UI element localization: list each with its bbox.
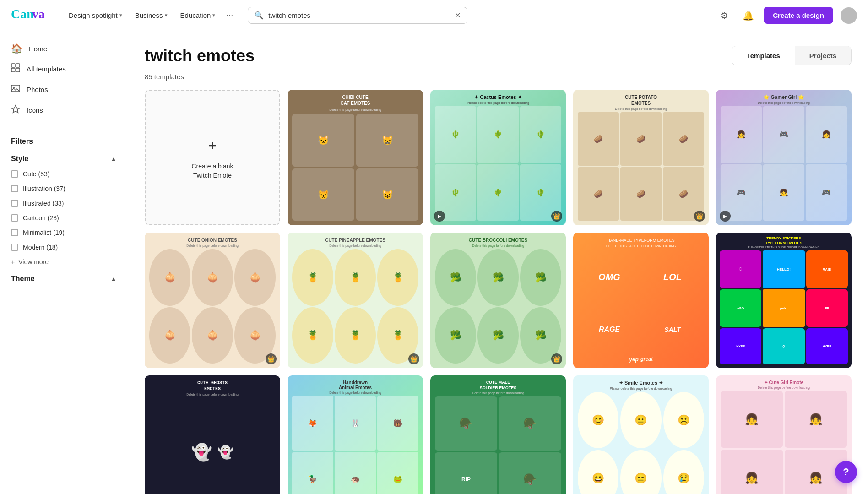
home-icon: 🏠: [11, 43, 22, 54]
theme-title: Theme: [11, 275, 35, 283]
crown-icon: 👑: [694, 211, 705, 222]
filter-minimalist-label: Minimalist (19): [23, 229, 65, 236]
svg-rect-5: [16, 68, 20, 72]
minimalist-checkbox[interactable]: [11, 229, 18, 236]
clear-search-icon[interactable]: ✕: [455, 11, 461, 20]
style-title: Style: [11, 155, 28, 163]
filter-illustration[interactable]: Illustration (37): [0, 181, 128, 196]
play-icon: ▶: [720, 211, 731, 222]
cute-checkbox[interactable]: [11, 170, 18, 178]
chevron-down-icon: ▾: [212, 12, 215, 18]
svg-rect-4: [11, 68, 15, 72]
filter-modern[interactable]: Modern (18): [0, 240, 128, 255]
filters-header: Filters: [0, 132, 128, 149]
filter-cute[interactable]: Cute (53): [0, 167, 128, 181]
filters-title: Filters: [11, 137, 33, 146]
nav-design-spotlight-label: Design spotlight: [69, 11, 118, 19]
create-design-button[interactable]: Create a design: [764, 7, 833, 24]
help-button[interactable]: ?: [835, 461, 857, 483]
plus-icon: +: [201, 135, 223, 157]
style-filters: Cute (53) Illustration (37) Illustrated …: [0, 167, 128, 269]
svg-text:va: va: [32, 7, 45, 21]
sidebar-divider: [11, 126, 117, 126]
play-icon: ▶: [434, 211, 445, 222]
filter-cartoon-label: Cartoon (23): [23, 214, 59, 222]
illustration-checkbox[interactable]: [11, 185, 18, 192]
sidebar-all-templates-label: All templates: [27, 65, 66, 73]
search-bar: 🔍 ✕: [248, 7, 467, 24]
sidebar-item-photos[interactable]: Photos: [0, 79, 128, 100]
view-more-button[interactable]: + View more: [0, 255, 128, 269]
template-card-girlemo[interactable]: ✦ Cute Girl Emote Delete this page befor…: [716, 375, 852, 494]
blank-card-label: Create a blankTwitch Emote: [191, 162, 233, 180]
tab-group: Templates Projects: [732, 46, 852, 65]
sidebar-item-icons[interactable]: Icons: [0, 100, 128, 120]
template-card-animal[interactable]: HanddrawnAnimal Emotes Delete this page …: [288, 375, 423, 494]
theme-section-header[interactable]: Theme ▲: [0, 269, 128, 287]
template-card-soldier[interactable]: CUTE MALESOLDIER EMOTES Delete this page…: [430, 375, 566, 494]
filter-minimalist[interactable]: Minimalist (19): [0, 225, 128, 240]
illustrated-checkbox[interactable]: [11, 200, 18, 207]
tab-projects[interactable]: Projects: [795, 46, 851, 65]
avatar[interactable]: [841, 7, 857, 24]
sidebar-home-label: Home: [29, 45, 47, 53]
canva-logo[interactable]: Can va: [11, 5, 52, 25]
template-card-chibi[interactable]: CHIBI CUTECAT EMOTES Delete this page be…: [288, 90, 423, 225]
svg-text:Can: Can: [11, 7, 34, 21]
template-card-smile[interactable]: ✦ Smile Emotes ✦ Please delete this page…: [573, 375, 709, 494]
sidebar-item-all-templates[interactable]: All templates: [0, 59, 128, 79]
filter-modern-label: Modern (18): [23, 244, 58, 251]
template-card-ghosts[interactable]: CUTE GHOSTSEMOTES Delete this page befor…: [145, 375, 280, 494]
template-card-handmade[interactable]: HAND-MADE TYPEFORM EMOTES DELETE THIS PA…: [573, 233, 709, 368]
search-input[interactable]: [268, 11, 450, 19]
main-content: twitch emotes Templates Projects 85 temp…: [128, 31, 868, 494]
filter-cartoon[interactable]: Cartoon (23): [0, 211, 128, 225]
template-card-onion[interactable]: CUTE ONION EMOTES Delete this page befor…: [145, 233, 280, 368]
nav-business[interactable]: Business ▾: [130, 8, 173, 23]
nav-business-label: Business: [135, 11, 163, 19]
create-blank-card[interactable]: + Create a blankTwitch Emote: [145, 90, 280, 225]
collapse-style-icon: ▲: [110, 155, 117, 163]
nav-design-spotlight[interactable]: Design spotlight ▾: [63, 8, 128, 23]
settings-icon[interactable]: ⚙: [716, 7, 732, 24]
sidebar-photos-label: Photos: [27, 86, 48, 93]
crown-icon: 👑: [551, 211, 562, 222]
sidebar: 🏠 Home All templates Photos Icons Filter…: [0, 31, 128, 494]
filter-illustrated[interactable]: Illustrated (33): [0, 196, 128, 211]
filter-illustrated-label: Illustrated (33): [23, 200, 64, 207]
nav-education-label: Education: [180, 11, 211, 19]
sidebar-icons-label: Icons: [27, 106, 43, 114]
template-card-cactus[interactable]: ✦ Cactus Emotes ✦ Please delete this pag…: [430, 90, 566, 225]
sidebar-item-home[interactable]: 🏠 Home: [0, 38, 128, 59]
nav-education[interactable]: Education ▾: [175, 8, 221, 23]
app-body: 🏠 Home All templates Photos Icons Filter…: [0, 31, 868, 494]
template-card-potato[interactable]: CUTE POTATOEMOTES Delete this page befor…: [573, 90, 709, 225]
template-card-pineapple[interactable]: CUTE PINEAPPLE EMOTES Delete this page b…: [288, 233, 423, 368]
page-title: twitch emotes: [145, 46, 255, 65]
notifications-icon[interactable]: 🔔: [740, 7, 756, 24]
filter-cute-label: Cute (53): [23, 170, 49, 178]
icons-icon: [11, 104, 20, 116]
template-card-broccoli[interactable]: CUTE BROCCOLI EMOTES Delete this page be…: [430, 233, 566, 368]
search-icon: 🔍: [255, 11, 264, 20]
svg-point-7: [13, 87, 15, 88]
photos-icon: [11, 84, 20, 95]
header-actions: ⚙ 🔔 Create a design: [716, 7, 857, 24]
style-section-header[interactable]: Style ▲: [0, 149, 128, 167]
template-grid: + Create a blankTwitch Emote CHIBI CUTEC…: [145, 90, 852, 494]
chevron-down-icon: ▾: [165, 12, 168, 18]
tab-templates[interactable]: Templates: [732, 46, 795, 65]
cartoon-checkbox[interactable]: [11, 214, 18, 222]
crown-icon: 👑: [408, 353, 419, 364]
page-header: twitch emotes Templates Projects: [145, 46, 852, 65]
modern-checkbox[interactable]: [11, 244, 18, 251]
svg-marker-8: [12, 105, 19, 113]
filter-illustration-label: Illustration (37): [23, 185, 65, 192]
header: Can va Design spotlight ▾ Business ▾ Edu…: [0, 0, 868, 31]
crown-icon: 👑: [266, 353, 277, 364]
svg-rect-2: [11, 64, 15, 67]
nav-more-button[interactable]: ···: [222, 7, 237, 24]
svg-rect-3: [16, 64, 20, 67]
template-card-trendy[interactable]: TRENDY STICKERSTYPEFORM EMOTES PLEASE DE…: [716, 233, 852, 368]
template-card-gamer[interactable]: ⭐ Gamer Girl ⭐ Delete this page before d…: [716, 90, 852, 225]
